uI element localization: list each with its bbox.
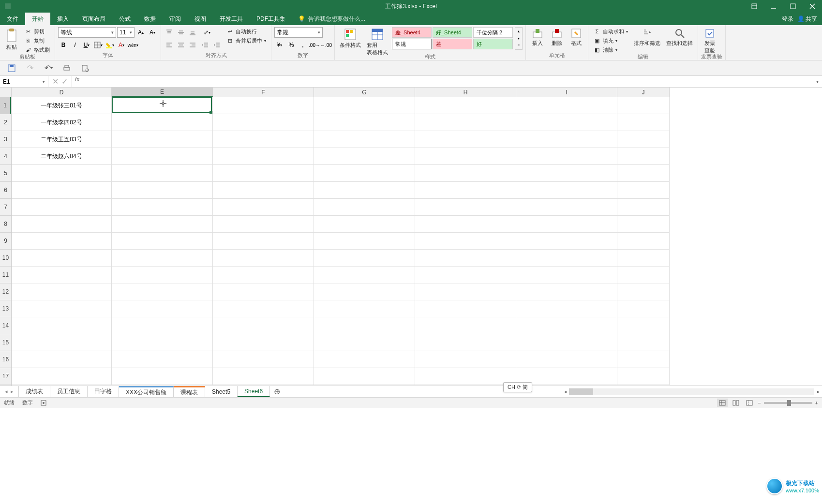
cell-I12[interactable]	[516, 283, 617, 300]
close-icon[interactable]	[803, 0, 822, 13]
cell-F2[interactable]	[213, 114, 314, 131]
tab-insert[interactable]: 插入	[50, 13, 75, 25]
paste-button[interactable]: 粘贴	[3, 27, 20, 52]
cell-I16[interactable]	[516, 351, 617, 368]
cell-E3[interactable]	[112, 131, 213, 148]
cell-F4[interactable]	[213, 148, 314, 165]
undo-icon[interactable]: ↶▾	[44, 63, 53, 73]
fx-label[interactable]: fx	[72, 76, 82, 87]
row-header-5[interactable]: 5	[0, 165, 11, 182]
cell-E6[interactable]	[112, 182, 213, 199]
row-header-7[interactable]: 7	[0, 199, 11, 216]
cell-E2[interactable]	[112, 114, 213, 131]
cell-G1[interactable]	[314, 97, 415, 114]
row-header-6[interactable]: 6	[0, 182, 11, 199]
autosum-button[interactable]: Σ自动求和▾	[591, 27, 630, 36]
cell-I1[interactable]	[516, 97, 617, 114]
cell-G13[interactable]	[314, 300, 415, 317]
cell-G2[interactable]	[314, 114, 415, 131]
align-left-icon[interactable]	[164, 40, 175, 50]
cell-G12[interactable]	[314, 283, 415, 300]
cell-D15[interactable]	[12, 334, 112, 351]
cell-I3[interactable]	[516, 131, 617, 148]
cell-H16[interactable]	[415, 351, 516, 368]
cell-E13[interactable]	[112, 300, 213, 317]
currency-button[interactable]: ¥▾	[274, 40, 285, 50]
cell-I10[interactable]	[516, 250, 617, 267]
zoom-out-icon[interactable]: −	[758, 400, 761, 406]
cell-I7[interactable]	[516, 199, 617, 216]
scroll-thumb[interactable]	[569, 388, 593, 395]
cell-I2[interactable]	[516, 114, 617, 131]
cell-D9[interactable]	[12, 233, 112, 250]
align-top-icon[interactable]	[164, 27, 175, 38]
cell-J16[interactable]	[617, 351, 670, 368]
cell-F3[interactable]	[213, 131, 314, 148]
align-bottom-icon[interactable]	[187, 27, 198, 38]
cell-G6[interactable]	[314, 182, 415, 199]
view-page-layout-icon[interactable]	[731, 399, 741, 407]
cell-D11[interactable]	[12, 267, 112, 283]
share-button[interactable]: 👤共享	[797, 15, 817, 23]
row-header-3[interactable]: 3	[0, 131, 11, 148]
cells-area[interactable]: 一年级张三01号一年级李四02号二年级王五03号二年级赵六04号	[12, 97, 670, 385]
cell-D16[interactable]	[12, 351, 112, 368]
increase-decimal-icon[interactable]: .00→	[309, 40, 320, 50]
cell-D7[interactable]	[12, 199, 112, 216]
increase-indent-icon[interactable]	[211, 40, 222, 50]
cell-I4[interactable]	[516, 148, 617, 165]
sheet-tab-6[interactable]: Sheet6	[238, 386, 270, 397]
cell-G16[interactable]	[314, 351, 415, 368]
border-button[interactable]: ▾	[93, 40, 104, 50]
tab-review[interactable]: 审阅	[163, 13, 188, 25]
cell-H3[interactable]	[415, 131, 516, 148]
tab-pdf[interactable]: PDF工具集	[250, 13, 292, 25]
insert-cells-button[interactable]: 插入	[529, 27, 546, 48]
comma-button[interactable]: ,	[298, 40, 308, 50]
cell-G15[interactable]	[314, 334, 415, 351]
cell-J6[interactable]	[617, 182, 670, 199]
sheet-tab-1[interactable]: 员工信息	[50, 386, 88, 397]
bold-button[interactable]: B	[58, 40, 69, 50]
cut-button[interactable]: ✂剪切	[22, 27, 52, 36]
cell-F11[interactable]	[213, 267, 314, 283]
cell-J1[interactable]	[617, 97, 670, 114]
cell-J5[interactable]	[617, 165, 670, 182]
save-icon[interactable]	[7, 63, 16, 73]
tab-page-layout[interactable]: 页面布局	[75, 13, 112, 25]
tab-view[interactable]: 视图	[188, 13, 213, 25]
cell-D2[interactable]: 一年级李四02号	[12, 114, 112, 131]
style-bad-sheet4[interactable]: 差_Sheet4	[392, 27, 432, 38]
cell-J3[interactable]	[617, 131, 670, 148]
tab-dev-tools[interactable]: 开发工具	[213, 13, 250, 25]
cell-E15[interactable]	[112, 334, 213, 351]
row-header-12[interactable]: 12	[0, 283, 11, 300]
cell-J9[interactable]	[617, 233, 670, 250]
cancel-icon[interactable]: ✕	[52, 77, 59, 86]
zoom-in-icon[interactable]: +	[815, 400, 818, 406]
col-header-H[interactable]: H	[415, 88, 516, 97]
cell-I13[interactable]	[516, 300, 617, 317]
cell-D13[interactable]	[12, 300, 112, 317]
sheet-tab-2[interactable]: 田字格	[88, 386, 119, 397]
row-header-10[interactable]: 10	[0, 250, 11, 267]
phonetic-button[interactable]: wén▾	[128, 40, 138, 50]
cell-H2[interactable]	[415, 114, 516, 131]
row-header-13[interactable]: 13	[0, 300, 11, 317]
cell-G7[interactable]	[314, 199, 415, 216]
cell-H15[interactable]	[415, 334, 516, 351]
enter-icon[interactable]: ✓	[61, 77, 68, 86]
table-format-button[interactable]: 套用 表格格式	[365, 27, 390, 57]
cell-I8[interactable]	[516, 216, 617, 233]
cell-D12[interactable]	[12, 283, 112, 300]
style-normal[interactable]: 常规	[392, 39, 432, 49]
decrease-decimal-icon[interactable]: ←.00	[321, 40, 331, 50]
cell-F1[interactable]	[213, 97, 314, 114]
cell-H8[interactable]	[415, 216, 516, 233]
gallery-more-icon[interactable]: ⁼	[515, 42, 522, 49]
cell-J11[interactable]	[617, 267, 670, 283]
cell-H14[interactable]	[415, 317, 516, 334]
cell-E11[interactable]	[112, 267, 213, 283]
cell-E1[interactable]	[112, 97, 213, 114]
format-cells-button[interactable]: 格式	[568, 27, 585, 48]
